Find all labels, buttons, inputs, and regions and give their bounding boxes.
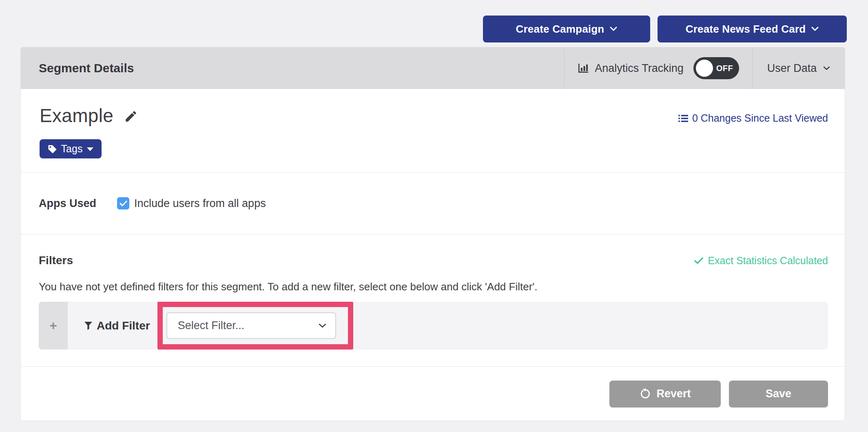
segment-name: Example bbox=[40, 105, 113, 127]
funnel-icon bbox=[84, 321, 93, 330]
top-action-bar: Create Campaign Create News Feed Card bbox=[483, 16, 847, 42]
create-campaign-label: Create Campaign bbox=[516, 23, 604, 36]
exact-statistics-label: Exact Statistics Calculated bbox=[708, 255, 828, 267]
revert-button[interactable]: Revert bbox=[609, 381, 721, 408]
filters-empty-message: You have not yet defined filters for thi… bbox=[39, 281, 538, 293]
bar-chart-icon bbox=[578, 63, 589, 73]
toggle-knob bbox=[696, 60, 713, 77]
filters-section: Filters Exact Statistics Calculated You … bbox=[21, 234, 845, 367]
exact-statistics-status: Exact Statistics Calculated bbox=[694, 255, 828, 267]
toggle-state-label: OFF bbox=[716, 57, 733, 79]
add-filter-label-group: Add Filter bbox=[84, 319, 150, 332]
add-filter-row-body: Add Filter Select Filter... bbox=[68, 302, 828, 350]
card-footer: Revert Save bbox=[21, 367, 845, 421]
create-news-feed-card-label: Create News Feed Card bbox=[686, 23, 806, 36]
user-data-label: User Data bbox=[767, 62, 817, 75]
plus-icon: + bbox=[49, 318, 57, 333]
create-campaign-button[interactable]: Create Campaign bbox=[483, 16, 650, 42]
add-filter-row: + Add Filter Select Filter... bbox=[39, 302, 828, 350]
chevron-down-icon bbox=[610, 27, 617, 31]
select-filter-placeholder: Select Filter... bbox=[178, 319, 245, 332]
analytics-tracking-label: Analytics Tracking bbox=[595, 62, 684, 75]
edit-pencil-icon[interactable] bbox=[124, 109, 138, 123]
changes-since-last-viewed-link[interactable]: 0 Changes Since Last Viewed bbox=[678, 112, 828, 124]
include-all-apps-label: Include users from all apps bbox=[134, 197, 266, 210]
save-button[interactable]: Save bbox=[729, 381, 828, 408]
annotation-highlight-box: Select Filter... bbox=[157, 302, 353, 350]
apps-used-section: Apps Used Include users from all apps bbox=[21, 173, 845, 234]
user-data-dropdown[interactable]: User Data bbox=[752, 47, 845, 89]
select-filter-dropdown[interactable]: Select Filter... bbox=[166, 312, 336, 339]
page-title: Segment Details bbox=[21, 47, 564, 89]
analytics-tracking-section: Analytics Tracking OFF bbox=[564, 47, 752, 89]
tags-button-label: Tags bbox=[61, 143, 83, 155]
add-filter-label: Add Filter bbox=[97, 319, 150, 332]
analytics-tracking-toggle[interactable]: OFF bbox=[693, 57, 739, 79]
list-icon bbox=[678, 114, 688, 122]
chevron-down-icon bbox=[319, 323, 326, 328]
changes-link-label: 0 Changes Since Last Viewed bbox=[692, 112, 828, 124]
filters-label: Filters bbox=[39, 254, 73, 267]
add-filter-plus-button[interactable]: + bbox=[39, 302, 68, 350]
save-label: Save bbox=[766, 387, 791, 400]
revert-undo-icon bbox=[639, 388, 650, 399]
checkmark-icon bbox=[120, 200, 127, 207]
caret-down-icon bbox=[87, 147, 93, 151]
tags-button[interactable]: Tags bbox=[40, 139, 102, 158]
apps-used-label: Apps Used bbox=[39, 197, 117, 210]
chevron-down-icon bbox=[811, 27, 819, 31]
check-icon bbox=[694, 257, 703, 264]
chevron-down-icon bbox=[823, 66, 830, 71]
segment-details-card: Segment Details Analytics Tracking OFF U… bbox=[20, 47, 845, 421]
create-news-feed-card-button[interactable]: Create News Feed Card bbox=[658, 16, 847, 42]
revert-label: Revert bbox=[656, 387, 691, 400]
tag-icon bbox=[48, 145, 57, 154]
card-header: Segment Details Analytics Tracking OFF U… bbox=[21, 47, 845, 89]
include-all-apps-checkbox[interactable] bbox=[117, 197, 129, 209]
segment-title-section: Example 0 Changes Since Last Viewed bbox=[21, 89, 845, 173]
